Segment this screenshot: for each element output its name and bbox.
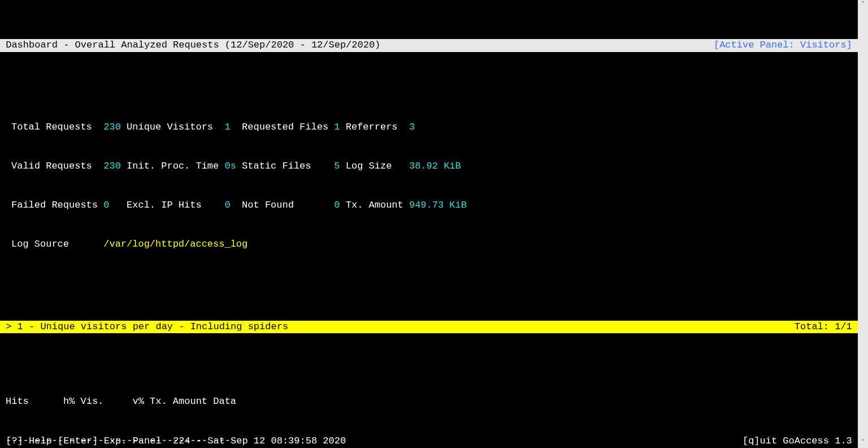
active-panel-indicator: [Active Panel: Visitors] <box>714 39 858 52</box>
value-unique-visitors: 1 <box>224 122 230 132</box>
label-total-requests: Total Requests <box>11 122 103 132</box>
label-init-proc-time: Init. Proc. Time <box>121 161 225 171</box>
label-failed-requests: Failed Requests <box>11 200 103 210</box>
panel-1-title: > 1 - Unique visitors per day - Includin… <box>0 321 288 334</box>
panel-1-header[interactable]: > 1 - Unique visitors per day - Includin… <box>0 321 858 334</box>
vertical-scrollbar[interactable]: ˄ ˅ <box>858 0 868 448</box>
label-excl-ip-hits: Excl. IP Hits <box>109 200 224 210</box>
panel-1-columns: Hits h% Vis. v% Tx. Amount Data <box>0 395 858 408</box>
value-log-size: 38.92 KiB <box>409 161 461 171</box>
value-not-found: 0 <box>334 200 340 210</box>
footer-bar: [?] Help [Enter] Exp. Panel 224 - Sat Se… <box>0 435 858 448</box>
label-valid-requests: Valid Requests <box>11 161 103 171</box>
value-tx-amount: 949.73 KiB <box>409 200 467 210</box>
label-referrers: Referrers <box>340 122 409 132</box>
value-static-files: 5 <box>334 161 340 171</box>
label-log-size: Log Size <box>340 161 409 171</box>
stats-row-2: Valid Requests 230 Init. Proc. Time 0s S… <box>11 160 858 173</box>
overall-stats: Total Requests 230 Unique Visitors 1 Req… <box>0 91 858 282</box>
stats-row-3: Failed Requests 0 Excl. IP Hits 0 Not Fo… <box>11 199 858 212</box>
label-tx-amount: Tx. Amount <box>340 200 409 210</box>
scroll-down-icon[interactable]: ˅ <box>858 438 868 448</box>
value-log-source: /var/log/httpd/access_log <box>103 239 248 249</box>
label-requested-files: Requested Files <box>231 122 335 132</box>
stats-row-4: Log Source /var/log/httpd/access_log <box>11 238 858 251</box>
stats-row-1: Total Requests 230 Unique Visitors 1 Req… <box>11 121 858 134</box>
value-valid-requests: 230 <box>103 161 121 171</box>
value-total-requests: 230 <box>103 122 121 132</box>
label-not-found: Not Found <box>231 200 335 210</box>
title-bar: Dashboard - Overall Analyzed Requests (1… <box>0 39 858 52</box>
scroll-up-icon[interactable]: ˄ <box>858 0 868 10</box>
value-excl-ip-hits: 0 <box>224 200 230 210</box>
label-log-source: Log Source <box>11 239 103 249</box>
dashboard-title: Dashboard - Overall Analyzed Requests (1… <box>0 39 380 52</box>
footer-right: [q]uit GoAccess 1.3 <box>743 435 858 448</box>
footer-left: [?] Help [Enter] Exp. Panel 224 - Sat Se… <box>0 435 346 448</box>
value-init-proc-time: 0s <box>224 161 236 171</box>
terminal-viewport[interactable]: Dashboard - Overall Analyzed Requests (1… <box>0 0 858 448</box>
label-unique-visitors: Unique Visitors <box>121 122 225 132</box>
label-static-files: Static Files <box>236 161 334 171</box>
value-requested-files: 1 <box>334 122 340 132</box>
panel-1-total: Total: 1/1 <box>795 321 858 334</box>
value-referrers: 3 <box>409 122 415 132</box>
value-failed-requests: 0 <box>103 200 109 210</box>
